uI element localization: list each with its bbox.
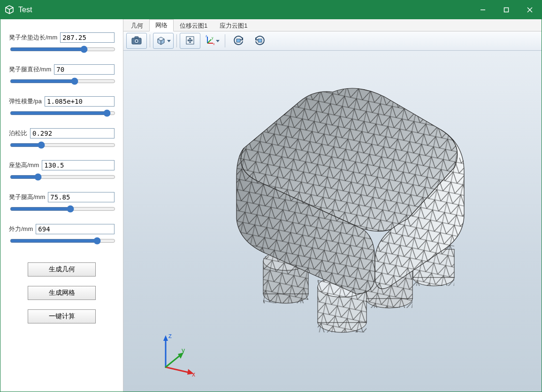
- svg-text:x: x: [213, 42, 215, 46]
- param-seat-edge: 凳子坐垫边长/mm: [9, 32, 115, 54]
- param-input-leg-diameter[interactable]: [54, 64, 115, 75]
- app-window: Test 凳子坐垫边长/mm 凳子腿直径/mm: [0, 0, 542, 392]
- svg-marker-32: [163, 335, 168, 341]
- rotate-ccw-button[interactable]: [228, 33, 249, 49]
- rotate-cw-button[interactable]: [250, 33, 270, 49]
- camera-icon: [131, 36, 142, 46]
- axis-y-label: y: [182, 346, 185, 354]
- close-button[interactable]: [518, 0, 542, 19]
- chevron-down-icon: [216, 40, 220, 42]
- compute-button[interactable]: 一键计算: [28, 309, 96, 323]
- param-poisson-ratio: 泊松比: [9, 128, 115, 150]
- param-label: 泊松比: [9, 129, 27, 138]
- fit-view-button[interactable]: [180, 33, 200, 49]
- svg-text:z: z: [206, 35, 207, 38]
- tab-stress[interactable]: 应力云图1: [214, 20, 253, 31]
- tab-mesh[interactable]: 网络: [149, 19, 174, 31]
- param-slider-leg-diameter[interactable]: [10, 77, 115, 85]
- axis-icon: z y x: [204, 35, 215, 47]
- main-area: 几何 网络 位移云图1 应力云图1: [123, 19, 542, 392]
- svg-line-35: [166, 355, 181, 367]
- axis-x-label: x: [192, 370, 195, 377]
- svg-rect-1: [504, 8, 509, 12]
- maximize-button[interactable]: [495, 0, 518, 19]
- param-label: 外力/mm: [9, 225, 33, 233]
- param-input-elastic-modulus[interactable]: [45, 96, 115, 107]
- param-slider-poisson-ratio[interactable]: [10, 141, 115, 149]
- param-label: 弹性模量/pa: [9, 97, 42, 106]
- rotate-ccw-icon: [232, 35, 244, 47]
- param-input-force[interactable]: [36, 224, 115, 234]
- viewport-toolbar: z y x: [123, 31, 542, 51]
- rotate-cw-icon: [254, 35, 266, 47]
- tab-bar: 几何 网络 位移云图1 应力云图1: [123, 19, 542, 31]
- axis-triad: z y x: [152, 331, 198, 377]
- param-input-seat-height[interactable]: [42, 160, 115, 170]
- svg-line-11: [207, 39, 211, 43]
- fit-icon: [185, 36, 195, 46]
- param-slider-force[interactable]: [10, 237, 115, 245]
- param-label: 凳子腿高/mm: [9, 193, 45, 201]
- axis-triad-button[interactable]: z y x: [201, 33, 222, 49]
- param-input-seat-edge[interactable]: [60, 32, 115, 43]
- mesh-model: [187, 73, 478, 355]
- titlebar: Test: [0, 0, 542, 19]
- param-seat-height: 座垫高/mm: [9, 160, 115, 182]
- 3d-viewport[interactable]: z y x: [123, 51, 542, 392]
- cube-icon: [156, 35, 166, 47]
- param-slider-elastic-modulus[interactable]: [10, 109, 115, 117]
- svg-rect-15: [237, 39, 240, 42]
- window-title: Test: [18, 6, 32, 14]
- param-force: 外力/mm: [9, 224, 115, 246]
- param-leg-height: 凳子腿高/mm: [9, 192, 115, 214]
- parameter-panel: 凳子坐垫边长/mm 凳子腿直径/mm 弹性模量/pa: [0, 19, 123, 392]
- svg-rect-16: [258, 39, 262, 42]
- param-slider-leg-height[interactable]: [10, 205, 115, 213]
- param-leg-diameter: 凳子腿直径/mm: [9, 64, 115, 86]
- generate-mesh-button[interactable]: 生成网格: [28, 286, 96, 300]
- generate-geometry-button[interactable]: 生成几何: [28, 262, 96, 277]
- param-slider-seat-height[interactable]: [10, 173, 115, 181]
- tab-displacement[interactable]: 位移云图1: [174, 20, 214, 31]
- param-label: 座垫高/mm: [9, 161, 39, 169]
- svg-rect-5: [135, 37, 138, 38]
- svg-line-33: [166, 367, 190, 373]
- tab-geometry[interactable]: 几何: [125, 20, 149, 31]
- param-elastic-modulus: 弹性模量/pa: [9, 96, 115, 118]
- svg-point-7: [136, 40, 137, 42]
- param-input-leg-height[interactable]: [48, 192, 115, 202]
- screenshot-button[interactable]: [126, 33, 147, 49]
- axis-z-label: z: [168, 332, 172, 339]
- minimize-button[interactable]: [471, 0, 495, 19]
- svg-text:y: y: [212, 36, 214, 40]
- param-label: 凳子坐垫边长/mm: [9, 33, 57, 42]
- view-cube-button[interactable]: [153, 33, 174, 49]
- app-icon: [4, 5, 15, 15]
- param-label: 凳子腿直径/mm: [9, 65, 51, 74]
- param-slider-seat-edge[interactable]: [10, 46, 115, 53]
- chevron-down-icon: [167, 40, 171, 42]
- param-input-poisson-ratio[interactable]: [30, 128, 115, 138]
